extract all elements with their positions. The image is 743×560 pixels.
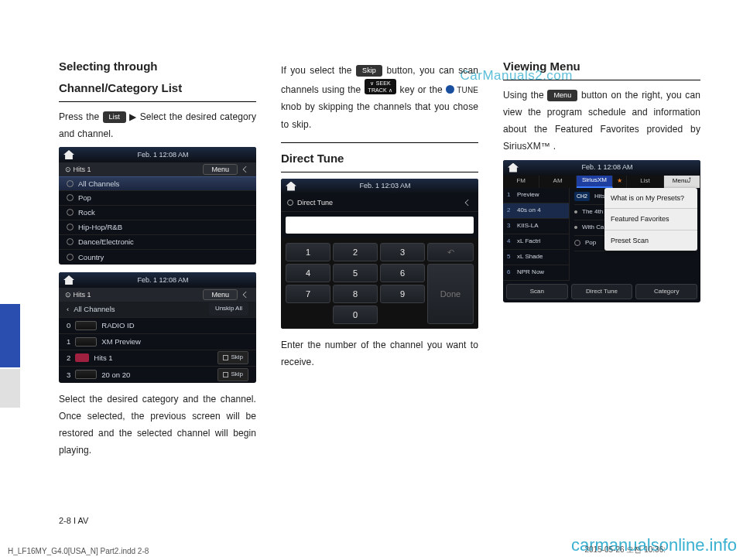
key-3[interactable]: 3	[380, 243, 425, 261]
seek-track-key: ∨ SEEKTRACK ∧	[365, 79, 397, 94]
station-label: ⊙ Hits 1	[65, 289, 91, 302]
menu-chip[interactable]: Menu	[203, 164, 238, 175]
category-row[interactable]: Dance/Electronic	[59, 235, 256, 250]
menu-chip[interactable]: Menu	[203, 289, 238, 300]
genre-icon	[67, 209, 74, 216]
list-button-chip: List	[103, 111, 126, 123]
ss-sub-bar: ⊙ Hits 1 Menu	[59, 162, 256, 176]
tune-knob-icon	[446, 85, 454, 94]
tab-am[interactable]: AM	[539, 176, 576, 188]
xm-logo-icon	[75, 337, 97, 347]
ss-header: Feb. 1 12:08 AM	[59, 272, 256, 288]
home-icon[interactable]	[63, 275, 74, 285]
indd-filename: H_LF16MY_G4.0[USA_N] Part2.indd 2-8	[8, 547, 149, 555]
genre-icon	[574, 240, 580, 246]
tab-menu[interactable]: Menu ⤴	[664, 176, 700, 188]
preset-row[interactable]: 6NPR Now	[503, 265, 569, 281]
category-row[interactable]: Country	[59, 250, 256, 265]
tab-fm[interactable]: FM	[503, 176, 539, 188]
genre-icon	[67, 194, 74, 201]
section-title-direct-tune: Direct Tune	[281, 148, 478, 172]
screenshot-viewing-menu: Feb. 1 12:08 AM FM AM SiriusXM ★ List Me…	[503, 160, 700, 303]
preset-row[interactable]: 4xL Factri	[503, 234, 569, 250]
channel-badge: CH2	[574, 192, 590, 202]
channel-row[interactable]: 0RADIO ID	[59, 318, 256, 334]
home-icon[interactable]	[63, 150, 74, 159]
text: knob by skipping the channels that you c…	[281, 101, 478, 129]
back-icon[interactable]	[243, 166, 249, 172]
direct-tune-button[interactable]: Direct Tune	[571, 284, 633, 300]
key-8[interactable]: 8	[333, 285, 378, 303]
preset-row[interactable]: 3KIIS-LA	[503, 219, 569, 234]
keypad: 1 2 3 ↶ 4 5 6 Done 7 8 9 0	[281, 238, 478, 329]
ss-datetime: Feb. 1 12:08 AM	[581, 161, 632, 174]
side-tab-blue	[0, 304, 20, 367]
column-1: Selecting through Channel/Category List …	[59, 56, 256, 464]
skip-button[interactable]: Skip	[217, 368, 248, 381]
key-4[interactable]: 4	[286, 264, 330, 282]
channel-row[interactable]: 320 on 20Skip	[59, 367, 256, 383]
preset-row[interactable]: 1Preview	[503, 188, 569, 203]
ss-header: Feb. 1 12:08 AM	[59, 147, 256, 162]
radio-icon	[287, 200, 293, 206]
indd-timestamp: 2015-05-26 오전 10:36:	[584, 545, 666, 555]
genre-icon	[67, 238, 74, 245]
ss4-main: What is on My Presets? Featured Favorite…	[570, 188, 700, 281]
tab-favorite-icon[interactable]: ★	[613, 176, 627, 188]
back-icon[interactable]	[465, 200, 471, 206]
preset-row[interactable]: 5xL Shade	[503, 250, 569, 265]
key-5[interactable]: 5	[333, 264, 378, 282]
tab-siriusxm[interactable]: SiriusXM	[577, 176, 613, 188]
key-undo[interactable]: ↶	[427, 243, 474, 261]
text: If you select the	[281, 65, 356, 76]
channel-number-input[interactable]	[286, 217, 474, 234]
category-row[interactable]: All Channels	[59, 176, 256, 191]
checkbox-icon	[223, 372, 228, 377]
para-select-category: Select the desired category and the chan…	[59, 391, 256, 459]
page-number: 2-8 I AV	[59, 516, 88, 525]
category-row[interactable]: Hip-Hop/R&B	[59, 220, 256, 235]
ss4-body: 1Preview 240s on 4 3KIIS-LA 4xL Factri 5…	[503, 188, 700, 281]
side-tab-gray	[0, 369, 20, 408]
para-skip-scan: If you select the Skip button, you can s…	[281, 56, 478, 133]
menu-item[interactable]: Featured Favorites	[604, 209, 697, 230]
text: key or the	[400, 84, 446, 95]
key-9[interactable]: 9	[380, 285, 425, 303]
home-icon[interactable]	[286, 182, 296, 191]
channel-row[interactable]: 2Hits 1Skip	[59, 350, 256, 367]
column-2: If you select the Skip button, you can s…	[281, 56, 478, 464]
screenshot-direct-tune: Feb. 1 12:03 AM Direct Tune 1 2 3 ↶ 4 5 …	[281, 179, 478, 330]
key-2[interactable]: 2	[333, 243, 378, 261]
category-row[interactable]: Pop	[59, 191, 256, 206]
back-icon[interactable]	[243, 292, 249, 298]
station-label: ⊙ Hits 1	[65, 163, 91, 176]
key-done[interactable]: Done	[427, 264, 474, 324]
menu-item[interactable]: Preset Scan	[604, 230, 697, 251]
key-7[interactable]: 7	[286, 285, 330, 303]
menu-button-chip: Menu	[547, 90, 577, 101]
key-6[interactable]: 6	[380, 264, 425, 282]
category-button[interactable]: Category	[635, 284, 697, 300]
key-1[interactable]: 1	[286, 243, 330, 261]
text: Using the	[503, 90, 547, 101]
home-icon[interactable]	[508, 163, 519, 172]
all-channels-row[interactable]: ‹All Channels Unskip All	[59, 302, 256, 318]
genre-icon	[67, 254, 74, 261]
channel-row[interactable]: 1XM Preview	[59, 334, 256, 350]
column-3: Viewing Menu Using the Menu button on th…	[503, 56, 700, 464]
tab-list[interactable]: List	[627, 176, 663, 188]
section-title-viewing-menu: Viewing Menu	[503, 56, 700, 80]
screenshot-category-list: Feb. 1 12:08 AM ⊙ Hits 1 Menu All Channe…	[59, 147, 256, 265]
category-row[interactable]: Rock	[59, 206, 256, 220]
skip-button-chip: Skip	[356, 65, 382, 77]
scan-button[interactable]: Scan	[506, 284, 568, 300]
genre-icon	[67, 180, 74, 187]
menu-item[interactable]: What is on My Presets?	[604, 188, 697, 210]
unskip-all-button[interactable]: Unskip All	[209, 302, 248, 316]
bottom-buttons: Scan Direct Tune Category	[503, 281, 700, 303]
key-0[interactable]: 0	[333, 306, 378, 324]
preset-row[interactable]: 240s on 4	[503, 203, 569, 219]
checkbox-icon	[223, 355, 228, 360]
ss-sub-bar: ⊙ Hits 1 Menu	[59, 288, 256, 302]
skip-button[interactable]: Skip	[217, 351, 248, 364]
